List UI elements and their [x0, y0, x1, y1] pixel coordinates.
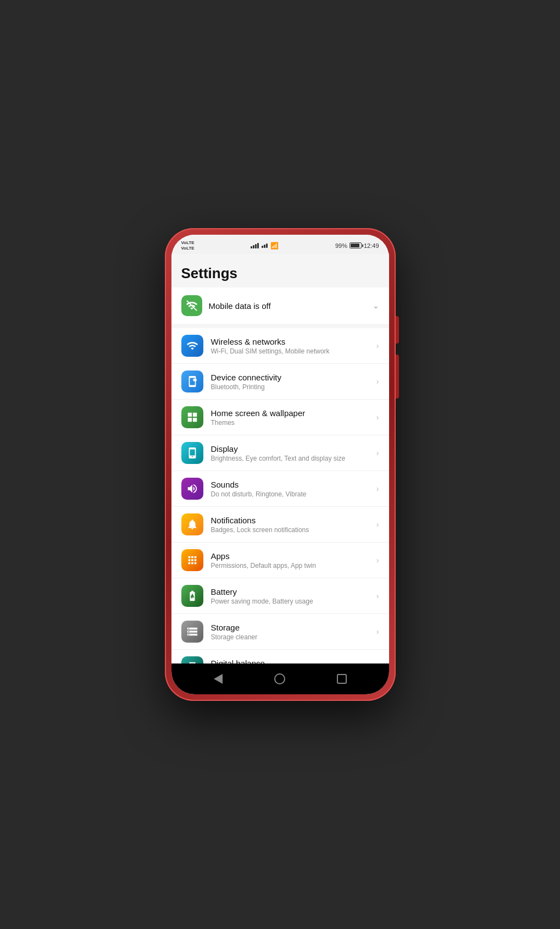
chevron-down-icon: ⌄	[373, 301, 379, 310]
volte-1: VoLTE	[181, 240, 195, 245]
display-icon	[181, 442, 203, 464]
signal-indicators: 📶	[251, 242, 279, 250]
wireless-title: Wireless & networks	[211, 337, 376, 346]
storage-icon	[181, 621, 203, 643]
home-button[interactable]	[274, 673, 285, 684]
volte-indicators: VoLTE VoLTE	[181, 240, 195, 251]
sounds-subtitle: Do not disturb, Ringtone, Vibrate	[211, 490, 376, 498]
battery-chevron: ›	[376, 591, 379, 600]
recents-icon	[337, 674, 347, 684]
settings-item-apps[interactable]: Apps Permissions, Default apps, App twin…	[171, 543, 389, 578]
digital-balance-title: Digital balance	[211, 659, 376, 664]
settings-item-display[interactable]: Display Brightness, Eye comfort, Text an…	[171, 435, 389, 471]
wireless-icon	[181, 335, 203, 357]
wireless-subtitle: Wi-Fi, Dual SIM settings, Mobile network	[211, 347, 376, 355]
back-icon	[214, 674, 223, 684]
navigation-bar	[171, 663, 389, 694]
settings-item-homescreen[interactable]: Home screen & wallpaper Themes ›	[171, 400, 389, 435]
settings-list: Wireless & networks Wi-Fi, Dual SIM sett…	[171, 328, 389, 663]
apps-chevron: ›	[376, 556, 379, 565]
banner-left: Mobile data is off	[181, 295, 271, 316]
apps-icon	[181, 549, 203, 571]
digital-balance-icon	[181, 656, 203, 663]
battery-setting-icon	[181, 585, 203, 607]
settings-item-wireless[interactable]: Wireless & networks Wi-Fi, Dual SIM sett…	[171, 328, 389, 364]
homescreen-subtitle: Themes	[211, 419, 376, 427]
recents-button[interactable]	[337, 674, 347, 684]
settings-item-device[interactable]: Device connectivity Bluetooth, Printing …	[171, 364, 389, 400]
mobile-data-icon	[181, 295, 202, 316]
back-button[interactable]	[214, 674, 223, 684]
storage-text: Storage Storage cleaner	[211, 623, 376, 641]
device-title: Device connectivity	[211, 373, 376, 382]
homescreen-chevron: ›	[376, 413, 379, 422]
phone-frame: VoLTE VoLTE 📶 99%	[165, 228, 396, 701]
storage-subtitle: Storage cleaner	[211, 633, 376, 641]
storage-chevron: ›	[376, 627, 379, 636]
sounds-text: Sounds Do not disturb, Ringtone, Vibrate	[211, 480, 376, 498]
notifications-text: Notifications Badges, Lock screen notifi…	[211, 516, 376, 534]
notifications-title: Notifications	[211, 516, 376, 525]
volte-2: VoLTE	[181, 246, 195, 251]
digital-balance-chevron: ›	[376, 663, 379, 663]
homescreen-text: Home screen & wallpaper Themes	[211, 408, 376, 427]
apps-title: Apps	[211, 551, 376, 561]
display-title: Display	[211, 444, 376, 454]
settings-item-sounds[interactable]: Sounds Do not disturb, Ringtone, Vibrate…	[171, 471, 389, 507]
battery-title: Battery	[211, 587, 376, 596]
mobile-data-label: Mobile data is off	[209, 301, 271, 311]
battery-subtitle: Power saving mode, Battery usage	[211, 598, 376, 605]
home-icon	[274, 673, 285, 684]
device-icon	[181, 371, 203, 392]
battery-fill	[351, 244, 359, 247]
clock: 12:49	[364, 242, 379, 249]
status-bar: VoLTE VoLTE 📶 99%	[171, 235, 389, 254]
battery-icon	[350, 242, 362, 248]
mobile-data-banner[interactable]: Mobile data is off ⌄	[171, 287, 389, 324]
device-subtitle: Bluetooth, Printing	[211, 383, 376, 391]
screen-content: Settings Mobile data is off ⌄	[171, 254, 389, 663]
digital-balance-text: Digital balance Screen time management	[211, 659, 376, 664]
battery-percent: 99%	[335, 242, 347, 249]
display-chevron: ›	[376, 449, 379, 457]
apps-text: Apps Permissions, Default apps, App twin	[211, 551, 376, 569]
device-chevron: ›	[376, 377, 379, 386]
wifi-icon: 📶	[270, 242, 279, 250]
status-right: 99% 12:49	[335, 242, 379, 249]
homescreen-icon	[181, 406, 203, 428]
settings-item-notifications[interactable]: Notifications Badges, Lock screen notifi…	[171, 507, 389, 543]
sounds-icon	[181, 478, 203, 500]
battery-text: Battery Power saving mode, Battery usage	[211, 587, 376, 605]
storage-title: Storage	[211, 623, 376, 632]
notifications-chevron: ›	[376, 520, 379, 529]
display-subtitle: Brightness, Eye comfort, Text and displa…	[211, 455, 376, 462]
apps-subtitle: Permissions, Default apps, App twin	[211, 562, 376, 569]
settings-item-battery[interactable]: Battery Power saving mode, Battery usage…	[171, 578, 389, 614]
notifications-subtitle: Badges, Lock screen notifications	[211, 526, 376, 534]
svg-rect-1	[193, 379, 196, 381]
signal-1	[251, 243, 259, 248]
settings-item-digital-balance[interactable]: Digital balance Screen time management ›	[171, 650, 389, 663]
notifications-icon	[181, 513, 203, 535]
wireless-text: Wireless & networks Wi-Fi, Dual SIM sett…	[211, 337, 376, 355]
display-text: Display Brightness, Eye comfort, Text an…	[211, 444, 376, 462]
homescreen-title: Home screen & wallpaper	[211, 408, 376, 418]
sounds-title: Sounds	[211, 480, 376, 489]
phone-screen: VoLTE VoLTE 📶 99%	[171, 235, 389, 694]
signal-2	[262, 244, 268, 248]
device-text: Device connectivity Bluetooth, Printing	[211, 373, 376, 391]
settings-item-storage[interactable]: Storage Storage cleaner ›	[171, 614, 389, 650]
wireless-chevron: ›	[376, 341, 379, 350]
page-title: Settings	[171, 254, 389, 287]
sounds-chevron: ›	[376, 484, 379, 493]
